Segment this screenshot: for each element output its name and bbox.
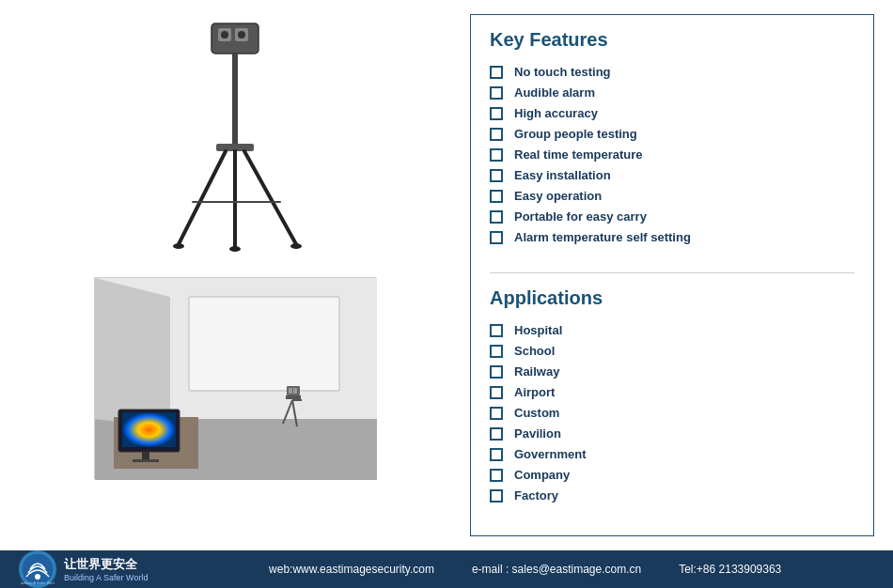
svg-rect-24	[293, 388, 297, 394]
feature-text: Audible alarm	[514, 85, 595, 100]
checkbox-icon	[490, 427, 503, 441]
footer-email: e-mail : sales@eastimage.com.cn	[472, 563, 641, 576]
feature-item: Easy operation	[490, 189, 854, 203]
feature-item: Real time temperature	[490, 147, 854, 162]
logo-circle: Building A Safer World	[19, 550, 56, 588]
feature-item: Portable for easy carry	[490, 209, 854, 224]
feature-item: Alarm temperature self setting	[490, 230, 854, 244]
svg-line-8	[244, 151, 296, 244]
svg-rect-25	[286, 395, 301, 399]
checkbox-icon	[490, 448, 503, 461]
svg-line-7	[179, 151, 226, 244]
svg-rect-32	[133, 459, 159, 462]
feature-item: No touch testing	[490, 65, 854, 79]
feature-text: High accuracy	[514, 106, 598, 120]
svg-marker-17	[95, 278, 170, 428]
svg-rect-31	[142, 452, 149, 459]
svg-rect-30	[122, 412, 176, 447]
application-text: Pavilion	[514, 426, 561, 441]
feature-text: No touch testing	[514, 65, 611, 79]
applications-section: Applications HospitalSchoolRailwayAirpor…	[490, 287, 854, 521]
application-item: Hospital	[490, 323, 854, 337]
application-item: Pavilion	[490, 426, 854, 441]
checkbox-icon	[490, 231, 503, 244]
key-features-section: Key Features No touch testingAudible ala…	[490, 29, 854, 263]
checkbox-icon	[490, 128, 503, 141]
application-text: Airport	[514, 385, 555, 399]
footer-logo: Building A Safer World 让世界更安全 Building A…	[19, 550, 148, 588]
svg-point-4	[238, 31, 245, 39]
checkbox-icon	[490, 489, 503, 503]
application-text: Factory	[514, 488, 558, 503]
checkbox-icon	[490, 407, 503, 420]
application-item: Custom	[490, 406, 854, 420]
footer-chinese-text: 让世界更安全	[64, 556, 148, 573]
applications-title: Applications	[490, 287, 854, 309]
checkbox-icon	[490, 469, 503, 482]
svg-rect-5	[232, 54, 238, 147]
feature-item: Easy installation	[490, 168, 854, 182]
svg-point-12	[290, 243, 302, 249]
application-text: Government	[514, 447, 587, 461]
application-item: Government	[490, 447, 854, 461]
feature-text: Group people testing	[514, 127, 637, 141]
checkbox-icon	[490, 324, 503, 337]
footer-info: web:www.eastimagesecurity.com e-mail : s…	[176, 563, 874, 576]
checkbox-icon	[490, 169, 503, 182]
svg-rect-23	[289, 388, 292, 394]
application-item: School	[490, 344, 854, 358]
feature-text: Easy operation	[514, 189, 602, 203]
left-column	[19, 14, 451, 536]
footer-tagline: Building A Safer World	[64, 573, 148, 582]
svg-rect-18	[189, 297, 339, 391]
footer: Building A Safer World 让世界更安全 Building A…	[0, 550, 893, 588]
tripod-image	[141, 14, 329, 258]
checkbox-icon	[490, 66, 503, 79]
feature-text: Portable for easy carry	[514, 209, 647, 224]
features-applications-box: Key Features No touch testingAudible ala…	[470, 14, 874, 536]
section-divider	[490, 272, 854, 273]
feature-text: Real time temperature	[514, 147, 643, 162]
feature-text: Easy installation	[514, 168, 611, 182]
feature-text: Alarm temperature self setting	[514, 230, 691, 244]
application-text: Hospital	[514, 323, 562, 337]
application-text: Railway	[514, 364, 559, 379]
svg-point-34	[35, 574, 40, 580]
checkbox-icon	[490, 148, 503, 162]
checkbox-icon	[490, 86, 503, 100]
checkbox-icon	[490, 345, 503, 358]
footer-tel: Tel:+86 2133909363	[679, 563, 781, 576]
key-features-title: Key Features	[490, 29, 854, 51]
svg-text:Building A Safer World: Building A Safer World	[21, 580, 55, 585]
feature-item: Audible alarm	[490, 85, 854, 100]
application-item: Airport	[490, 385, 854, 399]
footer-logo-text: 让世界更安全 Building A Safer World	[64, 556, 148, 582]
application-text: Custom	[514, 406, 559, 420]
application-item: Factory	[490, 488, 854, 503]
footer-website: web:www.eastimagesecurity.com	[269, 563, 434, 576]
application-item: Railway	[490, 364, 854, 379]
feature-item: Group people testing	[490, 127, 854, 141]
room-photo	[94, 277, 376, 479]
application-text: Company	[514, 468, 570, 482]
svg-point-11	[173, 243, 184, 249]
checkbox-icon	[490, 210, 503, 224]
checkbox-icon	[490, 107, 503, 120]
application-item: Company	[490, 468, 854, 482]
checkbox-icon	[490, 386, 503, 399]
checkbox-icon	[490, 190, 503, 203]
svg-point-3	[221, 31, 228, 39]
checkbox-icon	[490, 365, 503, 379]
applications-list: HospitalSchoolRailwayAirportCustomPavili…	[490, 323, 854, 503]
features-list: No touch testingAudible alarmHigh accura…	[490, 65, 854, 244]
feature-item: High accuracy	[490, 106, 854, 120]
svg-point-13	[229, 246, 241, 252]
main-content: Key Features No touch testingAudible ala…	[0, 0, 893, 550]
application-text: School	[514, 344, 555, 358]
